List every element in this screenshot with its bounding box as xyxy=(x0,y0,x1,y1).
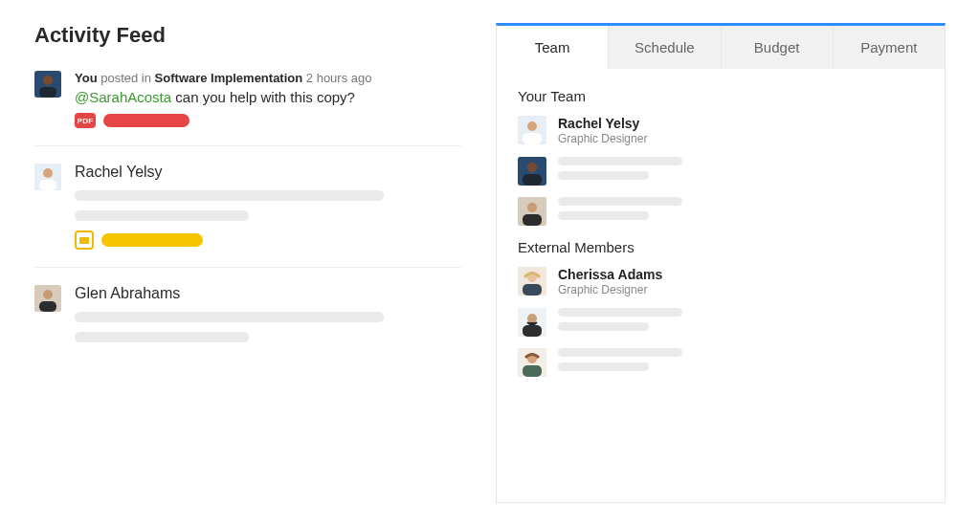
placeholder-line xyxy=(558,308,682,317)
feed-action: posted in xyxy=(100,71,151,85)
svg-rect-23 xyxy=(523,325,542,337)
tab-schedule[interactable]: Schedule xyxy=(609,26,721,69)
avatar[interactable] xyxy=(34,71,61,98)
placeholder-line xyxy=(558,362,649,371)
author-you: You xyxy=(75,71,98,85)
svg-point-22 xyxy=(527,314,537,323)
tab-team[interactable]: Team xyxy=(497,26,609,69)
pdf-icon: PDF xyxy=(75,113,96,128)
feed-body: You posted in Software Implementation 2 … xyxy=(75,71,461,128)
svg-rect-5 xyxy=(39,180,56,190)
svg-rect-11 xyxy=(523,133,542,144)
tabs: Team Schedule Budget Payment xyxy=(497,26,945,69)
feed-meta: You posted in Software Implementation 2 … xyxy=(75,71,461,85)
side-panel: Team Schedule Budget Payment Your Team R… xyxy=(496,23,946,503)
svg-rect-17 xyxy=(523,214,542,226)
avatar[interactable] xyxy=(518,308,546,337)
placeholder-line xyxy=(75,312,384,322)
svg-point-16 xyxy=(527,203,537,212)
member-name: Cherissa Adams xyxy=(558,267,662,282)
svg-rect-26 xyxy=(523,365,542,377)
feed-item[interactable]: Glen Abrahams xyxy=(34,285,461,369)
avatar[interactable] xyxy=(518,197,546,226)
member-info xyxy=(558,348,682,377)
member-info: Rachel Yelsy Graphic Designer xyxy=(558,116,647,145)
external-members-heading: External Members xyxy=(518,239,924,255)
feed-message: @SarahAcosta can you help with this copy… xyxy=(75,89,461,105)
avatar[interactable] xyxy=(34,285,61,312)
member-info xyxy=(558,308,682,337)
svg-point-10 xyxy=(527,121,537,131)
external-member[interactable]: Cherissa Adams Graphic Designer xyxy=(518,267,924,296)
tab-budget[interactable]: Budget xyxy=(722,26,834,69)
feed-timestamp: 2 hours ago xyxy=(306,71,372,85)
placeholder-line xyxy=(75,210,249,221)
team-member[interactable]: Rachel Yelsy Graphic Designer xyxy=(518,116,924,145)
avatar[interactable] xyxy=(518,157,546,186)
placeholder-line xyxy=(75,332,249,342)
member-info: Cherissa Adams Graphic Designer xyxy=(558,267,662,296)
svg-rect-2 xyxy=(39,87,56,98)
external-member[interactable] xyxy=(518,308,924,337)
avatar[interactable] xyxy=(34,164,61,190)
attachment-row[interactable] xyxy=(75,230,461,250)
svg-rect-14 xyxy=(523,174,542,186)
member-name: Rachel Yelsy xyxy=(558,116,647,131)
placeholder-line xyxy=(558,322,649,331)
member-role: Graphic Designer xyxy=(558,132,647,145)
svg-point-7 xyxy=(43,290,53,299)
tab-payment[interactable]: Payment xyxy=(834,26,945,69)
feed-item[interactable]: You posted in Software Implementation 2 … xyxy=(34,71,461,146)
placeholder-line xyxy=(558,348,682,357)
team-member[interactable] xyxy=(518,157,924,186)
svg-rect-20 xyxy=(523,284,542,296)
placeholder-line xyxy=(75,190,384,201)
svg-point-13 xyxy=(527,163,537,172)
attachment-placeholder xyxy=(101,233,203,247)
svg-rect-8 xyxy=(39,301,56,312)
avatar[interactable] xyxy=(518,116,546,144)
feed-body: Glen Abrahams xyxy=(75,285,461,352)
placeholder-line xyxy=(558,211,649,220)
placeholder-line xyxy=(558,157,682,165)
message-text: can you help with this copy? xyxy=(171,89,355,105)
activity-feed-title: Activity Feed xyxy=(34,23,461,48)
activity-feed: Activity Feed You posted in Software Imp… xyxy=(34,23,461,503)
feed-body: Rachel Yelsy xyxy=(75,164,461,250)
external-member[interactable] xyxy=(518,348,924,377)
feed-item[interactable]: Rachel Yelsy xyxy=(34,164,461,268)
member-info xyxy=(558,157,682,186)
avatar[interactable] xyxy=(518,348,546,377)
member-role: Graphic Designer xyxy=(558,283,662,296)
mention[interactable]: @SarahAcosta xyxy=(75,89,171,105)
feed-author-name[interactable]: Glen Abrahams xyxy=(75,285,461,302)
team-member[interactable] xyxy=(518,197,924,226)
placeholder-line xyxy=(558,197,682,206)
placeholder-line xyxy=(558,171,649,180)
svg-point-1 xyxy=(43,76,53,85)
your-team-heading: Your Team xyxy=(518,88,924,104)
member-info xyxy=(558,197,682,226)
feed-author-name[interactable]: Rachel Yelsy xyxy=(75,164,461,181)
feed-project[interactable]: Software Implementation xyxy=(155,71,303,85)
avatar[interactable] xyxy=(518,267,546,296)
panel-body: Your Team Rachel Yelsy Graphic Designer xyxy=(497,69,945,398)
file-icon xyxy=(75,230,94,250)
attachment-row[interactable]: PDF xyxy=(75,113,461,128)
attachment-placeholder xyxy=(103,114,189,127)
svg-point-4 xyxy=(43,168,53,178)
